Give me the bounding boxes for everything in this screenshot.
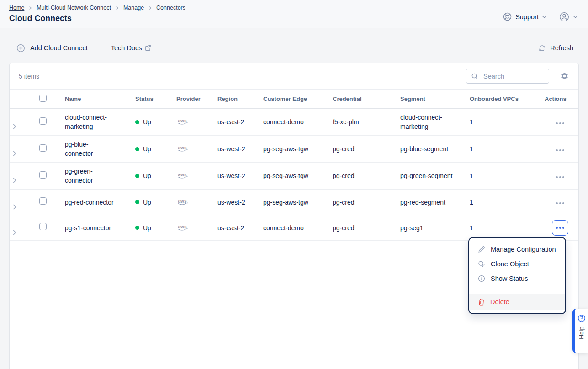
header-segment: Segment xyxy=(397,90,467,109)
cell-onboarded-vpcs: 1 xyxy=(467,190,542,215)
refresh-button[interactable]: Refresh xyxy=(538,44,573,52)
cell-status: Up xyxy=(132,163,174,190)
table-row: cloud-connect-marketing Up aws us-east-2… xyxy=(10,109,578,136)
cell-onboarded-vpcs: 1 xyxy=(467,136,542,163)
page-title: Cloud Connects xyxy=(9,14,185,23)
status-up-dot xyxy=(135,200,139,204)
search-input[interactable] xyxy=(482,72,544,80)
cell-name: pg-s1-connector xyxy=(62,215,132,241)
breadcrumb-home[interactable]: Home xyxy=(9,5,24,11)
cell-segment: cloud-connect-marketing xyxy=(397,109,467,136)
header-actions: Actions xyxy=(542,90,578,109)
refresh-icon xyxy=(538,44,546,52)
breadcrumb-mcnc[interactable]: Multi-Cloud Network Connect xyxy=(37,5,111,11)
tech-docs-link[interactable]: Tech Docs xyxy=(111,44,152,52)
lifebuoy-icon xyxy=(503,12,512,21)
cell-credential: pg-cred xyxy=(330,215,397,241)
table-row: pg-blue-connector Up aws us-west-2 pg-se… xyxy=(10,136,578,163)
cell-segment: pg-red-segment xyxy=(397,190,467,215)
search-icon xyxy=(471,73,478,80)
breadcrumb-manage[interactable]: Manage xyxy=(123,5,144,11)
header-provider: Provider xyxy=(174,90,215,109)
row-checkbox[interactable] xyxy=(39,171,47,179)
menu-item-show-status[interactable]: Show Status xyxy=(469,271,565,286)
menu-item-clone-object[interactable]: Clone Object xyxy=(469,257,565,271)
account-menu[interactable] xyxy=(559,11,578,22)
cell-customer-edge: pg-seg-aws-tgw xyxy=(260,163,330,190)
cell-region: us-east-2 xyxy=(215,215,260,241)
search-box[interactable] xyxy=(466,69,549,84)
avatar-icon xyxy=(559,11,570,22)
cell-name: pg-red-connector xyxy=(62,190,132,215)
status-up-dot xyxy=(135,226,139,230)
chevron-right-icon[interactable] xyxy=(12,150,32,157)
table-header-row: Name Status Provider Region Customer Edg… xyxy=(10,90,578,109)
header-expand xyxy=(10,90,35,109)
header-region: Region xyxy=(215,90,260,109)
cell-credential: f5-xc-plm xyxy=(330,109,397,136)
question-circle-icon xyxy=(577,314,586,322)
tech-docs-label: Tech Docs xyxy=(111,44,142,52)
ellipsis-icon[interactable] xyxy=(553,147,567,154)
cell-name: pg-green-connector xyxy=(62,163,132,190)
help-tab[interactable]: Help xyxy=(572,309,588,353)
cell-customer-edge: connect-demo xyxy=(260,215,330,241)
row-checkbox[interactable] xyxy=(39,197,47,205)
ellipsis-icon-active[interactable] xyxy=(552,220,568,236)
gear-icon[interactable] xyxy=(560,72,569,80)
menu-item-delete[interactable]: Delete xyxy=(469,294,565,310)
svg-text:aws: aws xyxy=(178,172,187,177)
info-icon xyxy=(478,275,485,282)
support-menu[interactable]: Support xyxy=(503,12,547,21)
breadcrumb-connectors[interactable]: Connectors xyxy=(156,5,185,11)
aws-logo-icon: aws xyxy=(176,198,189,206)
cloud-connects-card: 5 items Name Status xyxy=(9,63,579,369)
breadcrumb: Home Multi-Cloud Network Connect Manage … xyxy=(9,5,185,11)
cell-credential: pg-cred xyxy=(330,163,397,190)
cloud-connects-table: Name Status Provider Region Customer Edg… xyxy=(10,89,578,241)
cell-region: us-west-2 xyxy=(215,190,260,215)
select-all-checkbox[interactable] xyxy=(39,95,47,102)
chevron-right-icon[interactable] xyxy=(12,123,32,130)
table-row: pg-red-connector Up aws us-west-2 pg-seg… xyxy=(10,190,578,215)
aws-logo-icon: aws xyxy=(176,224,189,232)
menu-divider xyxy=(469,290,565,290)
cell-onboarded-vpcs: 1 xyxy=(467,163,542,190)
header-customer-edge: Customer Edge xyxy=(260,90,330,109)
chevron-right-icon[interactable] xyxy=(12,204,32,210)
help-label: Help xyxy=(578,327,585,339)
header-onboarded-vpcs: Onboarded VPCs xyxy=(467,90,542,109)
cell-status: Up xyxy=(132,136,174,163)
menu-item-manage-configuration[interactable]: Manage Configuration xyxy=(469,242,565,257)
cell-provider: aws xyxy=(174,190,215,215)
row-checkbox[interactable] xyxy=(39,223,47,230)
svg-text:aws: aws xyxy=(178,199,187,204)
row-checkbox[interactable] xyxy=(39,144,47,152)
ellipsis-icon[interactable] xyxy=(553,174,567,181)
svg-text:aws: aws xyxy=(178,145,187,150)
cell-status: Up xyxy=(132,190,174,215)
cell-provider: aws xyxy=(174,163,215,190)
cell-provider: aws xyxy=(174,215,215,241)
chevron-right-icon[interactable] xyxy=(12,229,32,236)
add-cloud-connect-button[interactable]: Add Cloud Connect xyxy=(16,44,88,53)
cell-segment: pg-blue-segment xyxy=(397,136,467,163)
clone-icon xyxy=(478,260,485,268)
cell-segment: pg-green-segment xyxy=(397,163,467,190)
ellipsis-icon[interactable] xyxy=(553,200,567,207)
top-bar: Home Multi-Cloud Network Connect Manage … xyxy=(0,0,588,28)
row-checkbox[interactable] xyxy=(39,117,47,125)
chevron-right-icon[interactable] xyxy=(12,177,32,184)
chevron-right-icon xyxy=(148,6,152,10)
trash-icon xyxy=(478,298,485,306)
aws-logo-icon: aws xyxy=(176,145,189,153)
header-checkbox-cell xyxy=(35,90,62,109)
cell-segment: pg-seg1 xyxy=(397,215,467,241)
cell-customer-edge: pg-seg-aws-tgw xyxy=(260,136,330,163)
header-credential: Credential xyxy=(330,90,397,109)
cell-credential: pg-cred xyxy=(330,136,397,163)
cell-name: pg-blue-connector xyxy=(62,136,132,163)
pencil-icon xyxy=(478,246,485,253)
ellipsis-icon[interactable] xyxy=(553,120,567,127)
cell-credential: pg-cred xyxy=(330,190,397,215)
